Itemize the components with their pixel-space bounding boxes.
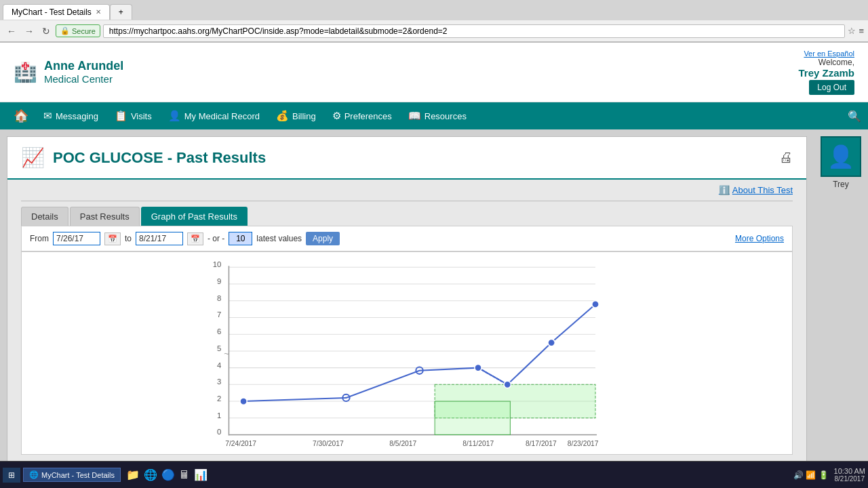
- x-label-4: 8/17/2017: [526, 440, 557, 447]
- home-nav-icon[interactable]: 🏠: [7, 103, 35, 129]
- browser-tab-new[interactable]: +: [110, 4, 132, 20]
- medical-record-icon: 👤: [168, 110, 181, 122]
- menu-icon[interactable]: ≡: [859, 26, 864, 36]
- taskbar-date: 8/21/2017: [834, 475, 865, 483]
- taskbar-icon-chrome[interactable]: 🔵: [161, 468, 175, 481]
- visits-icon: 📋: [115, 110, 127, 122]
- to-calendar-button[interactable]: 📅: [187, 232, 203, 245]
- nav-messaging-label: Messaging: [56, 111, 98, 121]
- chart-container: 0 1 2 3 4 5 6 7 8 9 10: [21, 251, 793, 455]
- tab-details[interactable]: Details: [21, 207, 68, 226]
- y-label-2: 2: [217, 394, 221, 403]
- username: Trey Zzamb: [798, 67, 854, 79]
- lock-icon: 🔒: [60, 26, 70, 35]
- nav-resources-label: Resources: [425, 111, 467, 121]
- x-label-5: 8/23/2017: [568, 440, 599, 447]
- tab-bar: MyChart - Test Details ✕ +: [0, 0, 868, 20]
- y-label-9: 9: [217, 277, 221, 285]
- taskbar-icon-calc[interactable]: 🖩: [179, 469, 190, 481]
- main-nav: 🏠 ✉ Messaging 📋 Visits 👤 My Medical Reco…: [0, 102, 868, 129]
- tab-past-results[interactable]: Past Results: [70, 207, 140, 226]
- taskbar-time: 10:30 AM: [834, 467, 865, 475]
- more-options-link[interactable]: More Options: [735, 234, 784, 243]
- y-label-8: 8: [217, 294, 221, 302]
- chart-svg: 0 1 2 3 4 5 6 7 8 9 10: [28, 259, 785, 447]
- tab-graph-past-results[interactable]: Graph of Past Results: [141, 207, 248, 226]
- windows-icon: ⊞: [8, 470, 15, 480]
- taskbar-active-window[interactable]: 🌐 MyChart - Test Details: [23, 468, 121, 482]
- data-point-3: [475, 364, 481, 371]
- data-point-4: [504, 381, 511, 388]
- logo-text: Anne Arundel Medical Center: [44, 59, 123, 86]
- about-test-label: About This Test: [732, 185, 793, 195]
- taskbar-icon-ie[interactable]: 🌐: [144, 468, 157, 481]
- chart-header-icon: 📈: [21, 146, 45, 169]
- nav-billing[interactable]: 💰 Billing: [268, 104, 324, 127]
- nav-medical-record-label: My Medical Record: [184, 111, 260, 121]
- address-bar[interactable]: [103, 24, 846, 38]
- resources-icon: 📖: [408, 110, 421, 122]
- content-wrapper: 📈 POC GLUCOSE - Past Results 🖨 ℹ️ About …: [0, 129, 868, 488]
- logo-line1: Anne Arundel: [44, 59, 123, 74]
- or-label: - or -: [208, 234, 224, 243]
- nav-billing-label: Billing: [292, 111, 316, 121]
- ie-icon: 🌐: [29, 470, 39, 479]
- y-label-10: 10: [213, 260, 222, 268]
- nav-medical-record[interactable]: 👤 My Medical Record: [160, 104, 268, 127]
- logo-area: 🏥 Anne Arundel Medical Center: [14, 59, 123, 86]
- from-date-input[interactable]: [53, 232, 100, 245]
- taskbar-window-title: MyChart - Test Details: [41, 471, 115, 479]
- taskbar-icon-chart[interactable]: 📊: [194, 468, 208, 481]
- x-label-2: 8/5/2017: [389, 440, 416, 447]
- info-icon: ℹ️: [719, 185, 730, 195]
- taskbar-right: 🔊 📶 🔋 10:30 AM 8/21/2017: [793, 467, 865, 483]
- logout-button[interactable]: Log Out: [809, 80, 854, 95]
- taskbar-icon-file[interactable]: 📁: [126, 468, 140, 481]
- tab-close-icon[interactable]: ✕: [96, 8, 101, 16]
- tab-title: MyChart - Test Details: [12, 7, 92, 17]
- ver-en-link[interactable]: Ver en Español: [798, 49, 854, 58]
- from-calendar-button[interactable]: 📅: [104, 232, 121, 245]
- latest-values-input[interactable]: [229, 232, 252, 245]
- about-section: ℹ️ About This Test: [7, 180, 806, 201]
- search-nav-icon[interactable]: 🔍: [848, 110, 861, 123]
- nav-visits-label: Visits: [131, 111, 152, 121]
- normal-range-box2: [435, 401, 510, 434]
- back-button[interactable]: ←: [4, 24, 19, 38]
- filter-bar: From 📅 to 📅 - or - latest values Apply M…: [21, 226, 793, 251]
- billing-icon: 💰: [276, 110, 289, 122]
- nav-visits[interactable]: 📋 Visits: [106, 104, 160, 127]
- y-label-1: 1: [217, 411, 221, 420]
- avatar-box[interactable]: 👤: [821, 136, 861, 177]
- to-label: to: [125, 234, 132, 243]
- y-label-0: 0: [217, 428, 221, 436]
- logo-icon: 🏥: [14, 61, 37, 83]
- secure-badge: 🔒 Secure: [56, 24, 100, 37]
- y-label-7: 7: [217, 310, 221, 319]
- taskbar: ⊞ 🌐 MyChart - Test Details 📁 🌐 🔵 🖩 📊 🔊 📶…: [0, 461, 868, 488]
- data-point-5: [548, 339, 555, 346]
- apply-button[interactable]: Apply: [306, 232, 340, 245]
- browser-tab-active[interactable]: MyChart - Test Details ✕: [3, 4, 110, 20]
- page-title: POC GLUCOSE - Past Results: [53, 149, 266, 167]
- avatar-icon: 👤: [827, 144, 854, 169]
- to-date-input[interactable]: [136, 232, 183, 245]
- data-point-6: [592, 301, 599, 308]
- tabs-container: Details Past Results Graph of Past Resul…: [7, 201, 806, 226]
- messaging-icon: ✉: [43, 110, 52, 122]
- forward-button[interactable]: →: [22, 24, 37, 38]
- print-icon[interactable]: 🖨: [779, 150, 793, 165]
- nav-preferences[interactable]: ⚙ Preferences: [324, 104, 400, 127]
- nav-resources[interactable]: 📖 Resources: [400, 104, 475, 127]
- nav-messaging[interactable]: ✉ Messaging: [35, 104, 106, 127]
- secure-label: Secure: [72, 27, 96, 35]
- header-right: Ver en Español Welcome, Trey Zzamb Log O…: [798, 49, 854, 95]
- system-tray-icons: 🔊 📶 🔋: [793, 470, 829, 480]
- about-test-link[interactable]: ℹ️ About This Test: [719, 185, 793, 195]
- site-header: 🏥 Anne Arundel Medical Center Ver en Esp…: [0, 43, 868, 102]
- star-icon[interactable]: ☆: [848, 26, 856, 36]
- start-button[interactable]: ⊞: [3, 468, 20, 483]
- x-label-1: 7/30/2017: [313, 440, 344, 447]
- refresh-button[interactable]: ↻: [39, 24, 53, 38]
- logo-line2: Medical Center: [44, 73, 123, 85]
